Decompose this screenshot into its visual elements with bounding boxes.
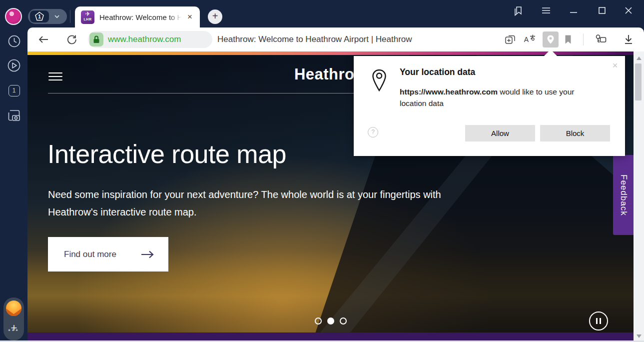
toolbar-separator bbox=[583, 34, 584, 46]
find-out-more-button[interactable]: Find out more bbox=[48, 237, 168, 272]
url-text: www.heathrow.com bbox=[108, 34, 181, 44]
menu-icon bbox=[542, 7, 551, 14]
scroll-up-button[interactable] bbox=[634, 54, 644, 62]
location-pin-icon bbox=[546, 34, 555, 44]
menu-button[interactable] bbox=[540, 4, 552, 16]
plus-icon: + bbox=[212, 10, 218, 22]
browser-logo[interactable] bbox=[5, 8, 22, 25]
add-page-button[interactable] bbox=[503, 32, 517, 46]
sync-bookmarks-button[interactable] bbox=[512, 4, 524, 16]
heathrow-favicon: ✈ LHR bbox=[81, 10, 94, 24]
cta-label: Find out more bbox=[64, 250, 116, 260]
carousel-dot-2[interactable] bbox=[327, 318, 334, 324]
close-icon bbox=[625, 6, 633, 14]
back-icon bbox=[38, 35, 49, 44]
popup-message: https://www.heathrow.com would like to u… bbox=[400, 86, 600, 109]
carousel-dots bbox=[315, 318, 347, 324]
address-bar[interactable]: www.heathrow.com bbox=[88, 31, 212, 48]
site-menu-button[interactable] bbox=[47, 69, 63, 82]
site-security-badge[interactable] bbox=[89, 32, 103, 46]
feedback-tab[interactable]: Feedback bbox=[613, 155, 634, 235]
tab-heathrow[interactable]: ✈ LHR Heathrow: Welcome to H bbox=[75, 6, 200, 28]
download-button[interactable] bbox=[622, 32, 636, 46]
key-icon bbox=[594, 34, 607, 46]
brand-gradient-bar bbox=[27, 52, 634, 55]
scroll-down-button[interactable] bbox=[634, 332, 644, 340]
titlebar: 1 ✈ LHR Heathrow: Welcome to H × + bbox=[0, 0, 644, 28]
pinned-apps-group: + bbox=[3, 298, 24, 340]
block-button[interactable]: Block bbox=[540, 125, 610, 142]
play-icon bbox=[7, 58, 21, 72]
popup-close-button[interactable]: × bbox=[610, 61, 620, 71]
bookmark-page-button[interactable] bbox=[561, 32, 575, 46]
help-button[interactable]: ? bbox=[368, 127, 378, 138]
bookmark-stack-icon bbox=[513, 5, 524, 16]
reload-icon bbox=[67, 34, 77, 44]
scrollbar-track[interactable] bbox=[634, 52, 644, 342]
sidebar-more-button[interactable]: ••• bbox=[0, 326, 27, 334]
carousel-dot-3[interactable] bbox=[340, 318, 347, 324]
favicon-code: LHR bbox=[81, 18, 94, 22]
triangle-up-icon bbox=[637, 56, 642, 60]
reload-button[interactable] bbox=[65, 32, 79, 46]
pause-carousel-button[interactable] bbox=[589, 312, 608, 330]
translate-button[interactable]: A bbox=[523, 32, 537, 46]
popup-title: Your location data bbox=[400, 67, 475, 78]
location-pin-icon bbox=[371, 69, 388, 92]
minimize-button[interactable] bbox=[568, 4, 580, 16]
bookmark-icon bbox=[564, 34, 573, 44]
panel-sidebar: 1 + ••• bbox=[0, 28, 27, 342]
player-panel-button[interactable] bbox=[7, 58, 21, 72]
page-title: Heathrow: Welcome to Heathrow Airport | … bbox=[217, 28, 412, 52]
close-window-button[interactable] bbox=[623, 4, 635, 16]
triangle-down-icon bbox=[637, 334, 642, 338]
popup-origin: https://www.heathrow.com bbox=[400, 88, 498, 96]
keys-button[interactable] bbox=[594, 32, 608, 46]
hero-title: Interactive route map bbox=[47, 139, 286, 169]
window-panel-icon: 1 bbox=[8, 85, 20, 96]
pentagon-icon: 1 bbox=[34, 11, 45, 22]
tabbar-separator bbox=[70, 10, 70, 23]
browser-window: 1 ✈ LHR Heathrow: Welcome to H × + bbox=[0, 0, 644, 342]
chevron-down-icon bbox=[54, 14, 60, 18]
allow-button[interactable]: Allow bbox=[465, 125, 535, 142]
tab-counter-button[interactable]: 1 bbox=[28, 9, 67, 24]
add-page-icon bbox=[504, 34, 516, 46]
tab-count-badge: 1 bbox=[30, 10, 49, 22]
history-panel-button[interactable] bbox=[7, 34, 21, 48]
translate-icon: A bbox=[524, 36, 529, 44]
maximize-icon bbox=[598, 6, 606, 14]
tab-title: Heathrow: Welcome to H bbox=[99, 13, 183, 22]
tab-close-button[interactable]: × bbox=[185, 12, 195, 22]
location-permission-button[interactable] bbox=[543, 32, 559, 48]
scrollbar-thumb[interactable] bbox=[635, 64, 642, 100]
mail-app-shortcut[interactable] bbox=[6, 300, 21, 316]
download-icon bbox=[624, 34, 634, 45]
tab-count-label: 1 bbox=[38, 14, 41, 20]
close-icon: × bbox=[187, 12, 192, 22]
arrow-right-icon bbox=[140, 250, 154, 259]
window-count-label: 1 bbox=[12, 87, 16, 94]
capture-panel-button[interactable] bbox=[7, 108, 21, 122]
kana-icon bbox=[529, 34, 536, 41]
close-icon: × bbox=[613, 60, 618, 70]
mail-app-icon bbox=[6, 300, 21, 316]
pause-icon bbox=[596, 318, 598, 324]
windows-panel-button[interactable]: 1 bbox=[7, 84, 21, 98]
lock-icon bbox=[93, 36, 100, 44]
carousel-dot-1[interactable] bbox=[315, 318, 322, 324]
new-tab-button[interactable]: + bbox=[208, 10, 222, 24]
camera-icon bbox=[7, 108, 21, 122]
location-permission-popup: Your location data https://www.heathrow.… bbox=[354, 56, 625, 156]
back-button[interactable] bbox=[36, 32, 50, 46]
help-icon: ? bbox=[371, 128, 375, 136]
clock-icon bbox=[7, 34, 21, 48]
airplane-icon: ✈ bbox=[81, 10, 94, 18]
minimize-icon bbox=[570, 6, 578, 14]
hero-description: Need some inspiration for your next adve… bbox=[48, 186, 478, 221]
toolbar: www.heathrow.com Heathrow: Welcome to He… bbox=[27, 28, 644, 52]
maximize-button[interactable] bbox=[596, 4, 608, 16]
